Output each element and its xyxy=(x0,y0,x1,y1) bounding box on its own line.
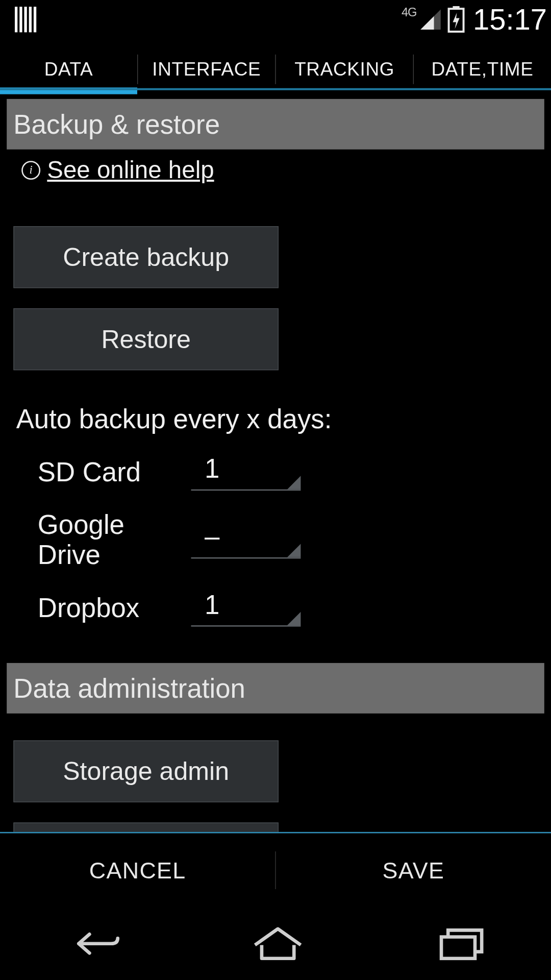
button-label: CANCEL xyxy=(89,857,186,883)
create-backup-button[interactable]: Create backup xyxy=(13,226,279,288)
home-icon[interactable] xyxy=(250,925,307,963)
dropbox-interval-spinner[interactable]: 1 xyxy=(191,589,301,627)
button-label: Storage admin xyxy=(63,757,229,786)
tab-label: TRACKING xyxy=(294,59,394,80)
battery-charging-icon xyxy=(447,6,465,33)
tab-label: DATE,TIME xyxy=(431,59,533,80)
auto-backup-label: Auto backup every x days: xyxy=(16,404,551,434)
restore-button[interactable]: Restore xyxy=(13,308,279,370)
svg-rect-2 xyxy=(441,937,475,959)
section-header-data-admin: Data administration xyxy=(7,663,544,714)
barcode-icon xyxy=(15,7,36,32)
auto-target-label-sdcard: SD Card xyxy=(38,457,191,487)
button-label: SAVE xyxy=(383,857,445,883)
clock-label: 15:17 xyxy=(473,3,547,36)
tab-tracking[interactable]: TRACKING xyxy=(276,48,413,91)
tab-label: DATA xyxy=(44,59,93,80)
help-link[interactable]: See online help xyxy=(47,156,214,184)
spinner-value: 1 xyxy=(191,590,220,625)
auto-target-label-dropbox: Dropbox xyxy=(38,593,191,623)
back-icon[interactable] xyxy=(63,926,124,962)
gdrive-interval-spinner[interactable]: – xyxy=(191,521,301,559)
tab-bar: DATA INTERFACE TRACKING DATE,TIME xyxy=(0,48,551,91)
auto-target-label-gdrive: Google Drive xyxy=(38,509,191,570)
content-area: Backup & restore i See online help Creat… xyxy=(0,92,551,839)
sdcard-interval-spinner[interactable]: 1 xyxy=(191,453,301,491)
save-button[interactable]: SAVE xyxy=(276,834,551,908)
spinner-value: – xyxy=(191,522,220,557)
storage-admin-button[interactable]: Storage admin xyxy=(13,741,279,802)
section-header-backup: Backup & restore xyxy=(7,99,544,150)
tab-datetime[interactable]: DATE,TIME xyxy=(414,48,551,91)
spinner-value: 1 xyxy=(191,454,220,489)
cancel-button[interactable]: CANCEL xyxy=(0,834,275,908)
info-icon: i xyxy=(21,161,40,180)
tab-interface[interactable]: INTERFACE xyxy=(138,48,275,91)
android-nav-bar xyxy=(0,908,551,980)
signal-icon xyxy=(419,8,442,31)
button-label: Create backup xyxy=(63,242,229,272)
tab-data[interactable]: DATA xyxy=(0,48,137,91)
tab-underline xyxy=(0,88,551,90)
button-label: Restore xyxy=(101,325,190,354)
tab-label: INTERFACE xyxy=(152,59,261,80)
network-type-label: 4G xyxy=(402,5,416,19)
action-bar: CANCEL SAVE xyxy=(0,832,551,908)
status-bar: 4G 15:17 xyxy=(0,0,551,39)
recent-apps-icon[interactable] xyxy=(432,925,488,963)
